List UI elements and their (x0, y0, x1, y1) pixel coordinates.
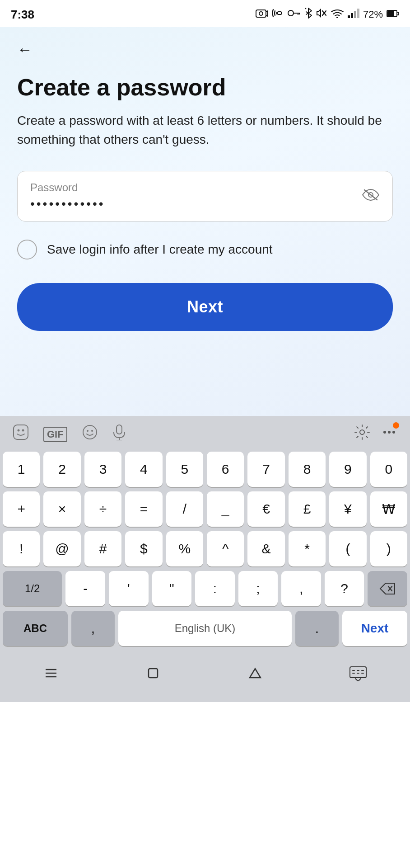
key-5[interactable]: 5 (166, 452, 203, 487)
key-hash[interactable]: # (84, 531, 121, 566)
key-won[interactable]: ₩ (370, 491, 407, 527)
key-question[interactable]: ? (325, 571, 364, 606)
key-icon (287, 8, 301, 21)
key-6[interactable]: 6 (207, 452, 244, 487)
key-3[interactable]: 3 (84, 452, 121, 487)
svg-point-21 (22, 429, 24, 432)
password-input-container[interactable]: Password •••••••••••• (17, 171, 393, 222)
svg-rect-16 (387, 11, 394, 16)
key-caret[interactable]: ^ (207, 531, 244, 566)
back-nav-button[interactable] (29, 660, 73, 689)
password-input-inner: Password •••••••••••• (30, 181, 362, 211)
key-percent[interactable]: % (166, 531, 203, 566)
svg-point-30 (388, 431, 391, 434)
key-exclaim[interactable]: ! (3, 531, 40, 566)
key-at[interactable]: @ (43, 531, 80, 566)
notification-dot (393, 422, 399, 429)
key-plus[interactable]: + (3, 491, 40, 527)
keyboard-next-key[interactable]: Next (342, 611, 407, 646)
key-comma2[interactable]: , (281, 571, 321, 606)
symbol-row-1: + × ÷ = / _ € £ ¥ ₩ (3, 491, 407, 527)
key-9[interactable]: 9 (329, 452, 366, 487)
key-half[interactable]: 1/2 (3, 571, 62, 606)
key-colon[interactable]: : (195, 571, 235, 606)
signal-icon (348, 8, 359, 21)
toolbar-right (354, 424, 397, 444)
svg-rect-12 (351, 13, 353, 18)
key-4[interactable]: 4 (125, 452, 162, 487)
symbol-row-2: ! @ # $ % ^ & * ( ) (3, 531, 407, 566)
key-rparen[interactable]: ) (370, 531, 407, 566)
svg-rect-11 (348, 15, 350, 18)
status-bar: 7:38 72% (0, 0, 410, 27)
sticker-icon[interactable] (13, 424, 29, 444)
key-ampersand[interactable]: & (247, 531, 284, 566)
emoji-icon[interactable] (82, 424, 98, 444)
back-button[interactable]: ← (17, 41, 33, 58)
key-equals[interactable]: = (125, 491, 162, 527)
svg-rect-37 (149, 669, 158, 678)
key-7[interactable]: 7 (247, 452, 284, 487)
main-content: ← Create a password Create a password wi… (0, 27, 410, 416)
key-apostrophe[interactable]: ' (109, 571, 149, 606)
svg-point-24 (91, 430, 93, 432)
more-icon[interactable] (381, 424, 397, 444)
svg-rect-19 (14, 425, 28, 439)
battery-text: 72% (363, 9, 383, 20)
svg-point-22 (83, 425, 97, 439)
next-button[interactable]: Next (17, 283, 393, 331)
mute-icon (316, 7, 327, 22)
eye-toggle-icon[interactable] (362, 188, 380, 205)
settings-icon[interactable] (354, 424, 370, 444)
key-1[interactable]: 1 (3, 452, 40, 487)
svg-point-1 (259, 12, 263, 15)
space-key[interactable]: English (UK) (118, 611, 292, 646)
mic-icon[interactable] (112, 424, 126, 444)
bluetooth-icon (304, 7, 312, 22)
svg-rect-14 (357, 9, 359, 18)
keyboard-hide-button[interactable] (335, 660, 381, 689)
key-8[interactable]: 8 (289, 452, 326, 487)
key-multiply[interactable]: × (43, 491, 80, 527)
svg-point-10 (336, 17, 338, 18)
save-login-label: Save login info after I create my accoun… (47, 242, 273, 257)
key-quote[interactable]: " (152, 571, 192, 606)
keyboard-toolbar: GIF (0, 416, 410, 450)
key-yen[interactable]: ¥ (329, 491, 366, 527)
key-asterisk[interactable]: * (289, 531, 326, 566)
svg-point-3 (288, 10, 294, 16)
save-login-checkbox[interactable] (17, 240, 37, 259)
svg-point-28 (360, 430, 364, 434)
backspace-key[interactable] (368, 571, 407, 606)
key-lparen[interactable]: ( (329, 531, 366, 566)
number-row: 1 2 3 4 5 6 7 8 9 0 (3, 452, 407, 487)
home-nav-button[interactable] (131, 660, 175, 689)
abc-key[interactable]: ABC (3, 611, 68, 646)
key-dollar[interactable]: $ (125, 531, 162, 566)
svg-rect-38 (350, 667, 366, 678)
password-dots: •••••••••••• (30, 197, 362, 211)
key-underscore[interactable]: _ (207, 491, 244, 527)
gif-icon[interactable]: GIF (43, 427, 67, 442)
misc-row: 1/2 - ' " : ; , ? (3, 571, 407, 606)
status-time: 7:38 (11, 8, 34, 22)
period-key[interactable]: . (295, 611, 339, 646)
comma-key[interactable]: , (71, 611, 115, 646)
save-login-row[interactable]: Save login info after I create my accoun… (17, 240, 393, 259)
keyboard-area: GIF 1 2 3 4 5 6 7 (0, 416, 410, 702)
key-euro[interactable]: € (247, 491, 284, 527)
key-dash[interactable]: - (65, 571, 105, 606)
battery-icon (387, 9, 399, 20)
password-label: Password (30, 181, 362, 194)
key-divide[interactable]: ÷ (84, 491, 121, 527)
camera-icon (256, 8, 268, 21)
recents-nav-button[interactable] (233, 660, 277, 689)
key-2[interactable]: 2 (43, 452, 80, 487)
key-pound[interactable]: £ (289, 491, 326, 527)
svg-point-31 (392, 431, 395, 434)
key-slash[interactable]: / (166, 491, 203, 527)
svg-rect-25 (116, 425, 122, 434)
key-semicolon[interactable]: ; (238, 571, 278, 606)
key-0[interactable]: 0 (370, 452, 407, 487)
bottom-nav (0, 654, 410, 702)
